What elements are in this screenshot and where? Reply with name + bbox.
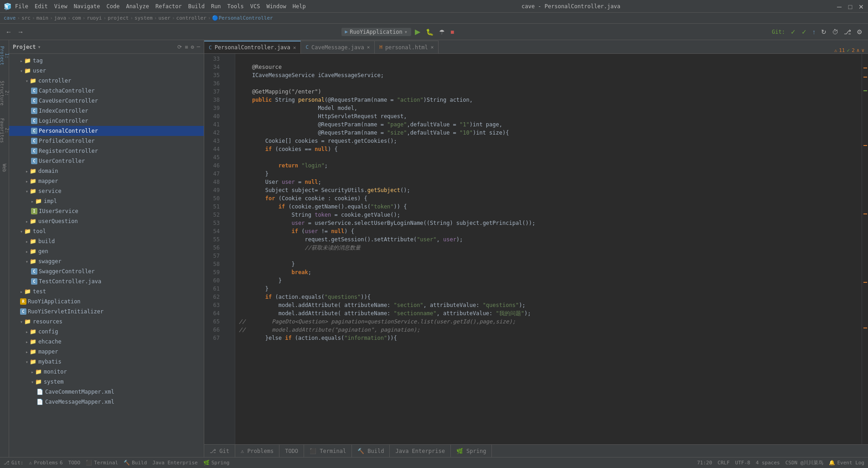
git-status[interactable]: ⎇ Git: bbox=[4, 460, 24, 466]
git-tab[interactable]: ⎇ Git bbox=[204, 445, 235, 458]
bc-user[interactable]: user bbox=[158, 15, 170, 21]
menu-analyze[interactable]: Analyze bbox=[126, 3, 149, 10]
tree-item-user[interactable]: ▾📁user bbox=[9, 66, 204, 76]
tree-item-usercontroller[interactable]: CUserController bbox=[9, 156, 204, 166]
tree-item-monitor[interactable]: ▸📁monitor bbox=[9, 367, 204, 377]
build-tab[interactable]: 🔨 Build bbox=[352, 445, 390, 458]
menu-edit[interactable]: Edit bbox=[35, 3, 48, 10]
tree-item-build[interactable]: ▸📁build bbox=[9, 236, 204, 246]
tab-close-cavemessage[interactable]: ✕ bbox=[367, 44, 370, 50]
vcs-check-button[interactable]: ✓ bbox=[789, 27, 798, 36]
web-panel-icon[interactable]: Web bbox=[0, 154, 9, 182]
maximize-button[interactable]: □ bbox=[847, 3, 853, 10]
menu-navigate[interactable]: Navigate bbox=[74, 3, 100, 10]
tree-item-testcontroller.java[interactable]: CTestController.java bbox=[9, 276, 204, 286]
tree-item-swagger[interactable]: ▾📁swagger bbox=[9, 256, 204, 266]
todo-tab[interactable]: TODO bbox=[279, 445, 304, 458]
tree-item-captchacontroller[interactable]: CCaptchaController bbox=[9, 86, 204, 96]
tree-item-userquestion[interactable]: ▸📁userQuestion bbox=[9, 216, 204, 226]
collapse-icon[interactable]: ≡ bbox=[185, 44, 188, 50]
minimize-button[interactable]: ─ bbox=[836, 3, 842, 10]
indent-status[interactable]: 4 spaces bbox=[756, 460, 780, 466]
sync-icon[interactable]: ⟳ bbox=[177, 44, 182, 50]
window-controls[interactable]: ─ □ ✕ bbox=[836, 3, 864, 10]
tree-item-impl[interactable]: ▸📁impl bbox=[9, 196, 204, 206]
terminal-tab[interactable]: ⬛ Terminal bbox=[304, 445, 352, 458]
spring-status[interactable]: 🌿 Spring bbox=[203, 460, 230, 466]
tree-item-registercontroller[interactable]: CRegisterController bbox=[9, 146, 204, 156]
run-config-dropdown[interactable]: ▾ bbox=[404, 29, 408, 35]
favorites-panel-icon[interactable]: 2: Favorites bbox=[0, 117, 9, 144]
tab-close-personal[interactable]: ✕ bbox=[293, 45, 296, 51]
vcs-history-button[interactable]: ⏱ bbox=[830, 27, 840, 36]
close-button[interactable]: ✕ bbox=[858, 3, 864, 10]
build-status[interactable]: 🔨 Build bbox=[124, 460, 147, 466]
bc-personalcontroller[interactable]: PersonalController bbox=[218, 15, 273, 21]
tree-item-profilecontroller[interactable]: CProfileController bbox=[9, 136, 204, 146]
menu-vcs[interactable]: VCS bbox=[250, 3, 260, 10]
code-content[interactable]: @Resource ICaveMessageService iCaveMessa… bbox=[235, 54, 862, 444]
debug-button[interactable]: 🐛 bbox=[424, 27, 435, 36]
tree-item-indexcontroller[interactable]: CIndexController bbox=[9, 106, 204, 116]
tree-item-system[interactable]: ▾📁system bbox=[9, 377, 204, 387]
spring-tab[interactable]: 🌿 Spring bbox=[451, 445, 492, 458]
tree-item-test[interactable]: ▸📁test bbox=[9, 286, 204, 296]
tree-item-caveusercontroller[interactable]: CCaveUserController bbox=[9, 96, 204, 106]
tree-item-resources[interactable]: ▾📁resources bbox=[9, 317, 204, 327]
tree-item-ruoyiservletinitializer[interactable]: CRuoYiServletInitializer bbox=[9, 307, 204, 317]
java-enterprise-tab[interactable]: Java Enterprise bbox=[390, 445, 450, 458]
encoding-status[interactable]: UTF-8 bbox=[735, 460, 750, 466]
tree-item-tag[interactable]: ▸📁tag bbox=[9, 56, 204, 66]
tree-item-mapper[interactable]: ▸📁mapper bbox=[9, 176, 204, 186]
menu-run[interactable]: Run bbox=[211, 3, 221, 10]
bc-system[interactable]: system bbox=[134, 15, 153, 21]
tree-item-swaggercontroller[interactable]: CSwaggerController bbox=[9, 266, 204, 276]
bc-cave[interactable]: cave bbox=[4, 15, 16, 21]
tree-item-config[interactable]: ▸📁config bbox=[9, 327, 204, 337]
bc-controller[interactable]: controller bbox=[176, 15, 207, 21]
tab-close-personalhtml[interactable]: ✕ bbox=[431, 44, 434, 50]
event-log-status[interactable]: 🔔 Event Log bbox=[829, 460, 864, 466]
menu-build[interactable]: Build bbox=[188, 3, 205, 10]
chevron-up-icon[interactable]: ∧ bbox=[857, 47, 860, 53]
menu-tools[interactable]: Tools bbox=[227, 3, 244, 10]
problems-status[interactable]: ⚠ Problems 6 bbox=[29, 460, 63, 466]
line-sep-status[interactable]: CRLF bbox=[718, 460, 730, 466]
vcs-update-button[interactable]: ✓ bbox=[800, 27, 809, 36]
bc-main[interactable]: main bbox=[36, 15, 49, 21]
minimize-sidebar-icon[interactable]: ─ bbox=[197, 44, 200, 50]
sidebar-icons[interactable]: ⟳ ≡ ⚙ ─ bbox=[177, 44, 200, 50]
menu-file[interactable]: File bbox=[15, 3, 28, 10]
back-button[interactable]: ← bbox=[4, 27, 14, 36]
csdn-status[interactable]: CSDN @川川菜鸟 bbox=[785, 459, 824, 466]
chevron-down-icon[interactable]: ∨ bbox=[861, 47, 864, 53]
stop-button[interactable]: ■ bbox=[449, 27, 456, 36]
tree-item-iuserservice[interactable]: IIUserService bbox=[9, 206, 204, 216]
tab-personal-html[interactable]: H personal.html ✕ bbox=[375, 41, 439, 53]
bc-com[interactable]: com bbox=[72, 15, 81, 21]
run-button[interactable]: ▶ bbox=[413, 26, 422, 37]
menu-help[interactable]: Help bbox=[293, 3, 306, 10]
tree-item-service[interactable]: ▾📁service bbox=[9, 186, 204, 196]
vcs-push-button[interactable]: ↑ bbox=[811, 27, 817, 36]
tree-item-cavemessagemapper.xml[interactable]: 📄CaveMessageMapper.xml bbox=[9, 397, 204, 407]
menu-refactor[interactable]: Refactor bbox=[155, 3, 182, 10]
tab-personalcontroller[interactable]: C PersonalController.java ✕ bbox=[204, 41, 301, 53]
tree-item-personalcontroller[interactable]: CPersonalController bbox=[9, 126, 204, 136]
settings-icon[interactable]: ⚙ bbox=[191, 44, 194, 50]
settings-button[interactable]: ⚙ bbox=[855, 27, 864, 36]
tree-item-mapper[interactable]: ▸📁mapper bbox=[9, 347, 204, 357]
bc-project[interactable]: project bbox=[108, 15, 129, 21]
bc-ruoyi[interactable]: ruoyi bbox=[87, 15, 102, 21]
run-coverage-button[interactable]: ☂ bbox=[437, 27, 447, 36]
menu-code[interactable]: Code bbox=[107, 3, 120, 10]
menu-view[interactable]: View bbox=[54, 3, 67, 10]
problems-tab[interactable]: ⚠ Problems bbox=[235, 445, 279, 458]
tree-item-cavecommentmapper.xml[interactable]: 📄CaveCommentMapper.xml bbox=[9, 387, 204, 397]
bc-java[interactable]: java bbox=[54, 15, 67, 21]
forward-button[interactable]: → bbox=[16, 27, 26, 36]
tree-item-domain[interactable]: ▸📁domain bbox=[9, 166, 204, 176]
tree-item-ehcache[interactable]: ▸📁ehcache bbox=[9, 337, 204, 347]
tree-item-mybatis[interactable]: ▾📁mybatis bbox=[9, 357, 204, 367]
project-dropdown[interactable]: ▾ bbox=[38, 44, 41, 50]
